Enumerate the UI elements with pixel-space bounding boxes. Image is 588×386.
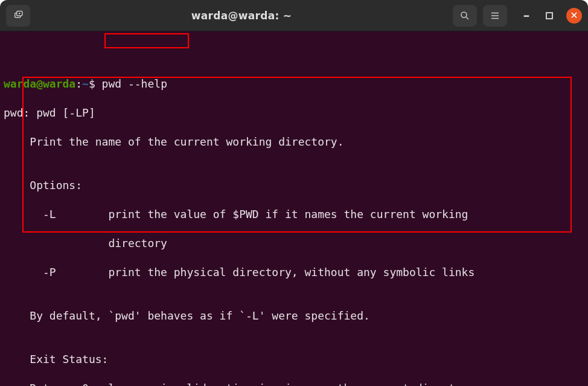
svg-rect-9 bbox=[546, 13, 552, 19]
output-options-header: Options: bbox=[4, 178, 584, 193]
close-icon: ✕ bbox=[570, 8, 578, 24]
titlebar: warda@warda: ~ – bbox=[0, 0, 588, 31]
prompt-line-1: warda@warda:~$ pwd --help bbox=[4, 77, 584, 91]
prompt-path: ~ bbox=[82, 77, 89, 90]
terminal-window: warda@warda: ~ – bbox=[0, 0, 588, 386]
output-usage: pwd: pwd [-LP] bbox=[4, 106, 584, 120]
prompt-colon: : bbox=[75, 77, 82, 90]
window-title: warda@warda: ~ bbox=[30, 10, 453, 22]
svg-line-5 bbox=[466, 17, 468, 19]
output-desc: Print the name of the current working di… bbox=[4, 135, 584, 149]
search-icon bbox=[459, 10, 470, 21]
output-exit-header: Exit Status: bbox=[4, 352, 584, 367]
maximize-icon bbox=[545, 11, 554, 20]
menu-button[interactable] bbox=[483, 5, 507, 27]
search-button[interactable] bbox=[453, 5, 477, 27]
command-text: pwd --help bbox=[102, 77, 167, 90]
hamburger-icon bbox=[490, 10, 500, 21]
output-opt-L-1: -L print the value of $PWD if it names t… bbox=[4, 207, 584, 222]
prompt-user-host: warda@warda bbox=[4, 77, 75, 90]
output-default: By default, `pwd' behaves as if `-L' wer… bbox=[4, 309, 584, 323]
output-opt-L-2: directory bbox=[4, 236, 584, 251]
output-opt-P: -P print the physical directory, without… bbox=[4, 265, 584, 280]
new-tab-button[interactable] bbox=[6, 5, 30, 27]
terminal-body[interactable]: warda@warda:~$ pwd --help pwd: pwd [-LP]… bbox=[0, 31, 588, 386]
new-tab-icon bbox=[13, 10, 24, 21]
close-button[interactable]: ✕ bbox=[566, 8, 582, 24]
output-exit-1: Returns 0 unless an invalid option is gi… bbox=[4, 381, 584, 386]
minimize-button[interactable]: – bbox=[520, 10, 532, 22]
maximize-button[interactable] bbox=[543, 10, 555, 22]
prompt-dollar: $ bbox=[89, 77, 95, 90]
highlight-command bbox=[104, 33, 189, 48]
svg-point-4 bbox=[461, 12, 467, 18]
